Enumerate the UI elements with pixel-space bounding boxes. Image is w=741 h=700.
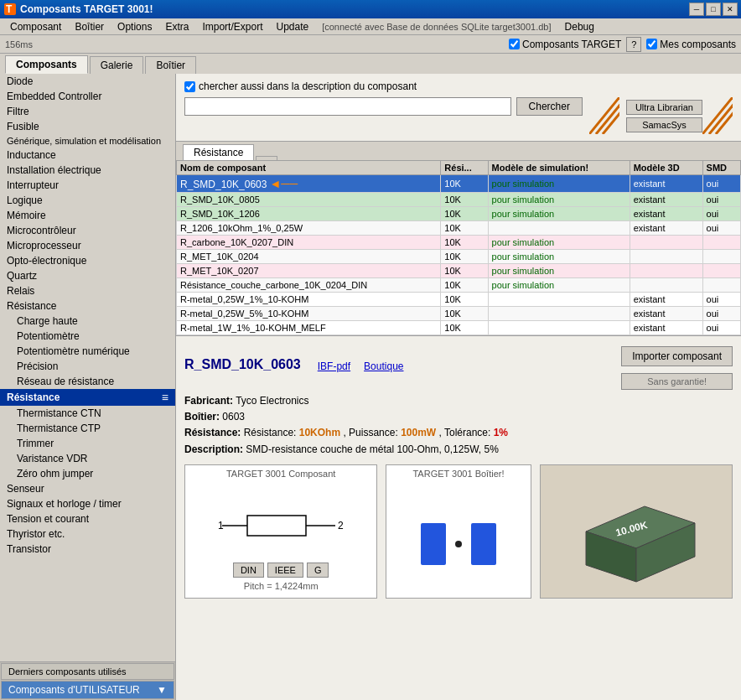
- cell-sim: [488, 307, 630, 321]
- menu-composant[interactable]: Composant: [3, 19, 68, 34]
- lib-buttons: Ultra Librarian SamacSys: [626, 100, 702, 132]
- target-checkbox[interactable]: [509, 39, 520, 49]
- results-table-container[interactable]: Nom de composant Rési... Modèle de simul…: [176, 160, 741, 336]
- target-checkbox-label[interactable]: Composants TARGET: [509, 39, 621, 50]
- sidebar-item-generique[interactable]: Générique, simulation et modélisation: [0, 134, 175, 148]
- mes-checkbox[interactable]: [646, 39, 657, 49]
- cell-name: R_SMD_10K_1206: [177, 207, 441, 221]
- menu-boitier[interactable]: Boîtier: [68, 19, 111, 34]
- menu-import-export[interactable]: Import/Export: [195, 19, 269, 34]
- search-button[interactable]: Chercher: [516, 97, 583, 116]
- cell-m3d: existant: [630, 207, 702, 221]
- menu-options[interactable]: Options: [111, 19, 158, 34]
- ultra-librarian-btn[interactable]: Ultra Librarian: [626, 100, 702, 115]
- sidebar-item-resistance-sub[interactable]: Résistance ≡: [0, 389, 175, 406]
- sidebar-item-resistance[interactable]: Résistance: [0, 298, 175, 314]
- table-row[interactable]: R_SMD_10K_0603 ◄──10Kpour simulationexis…: [177, 175, 741, 193]
- sidebar-item-zero-ohm[interactable]: Zéro ohm jumper: [0, 466, 175, 481]
- sidebar-item-logique[interactable]: Logique: [0, 193, 175, 208]
- sidebar-item-diode[interactable]: Diode: [0, 74, 175, 89]
- sidebar-bottom-utilisateur[interactable]: Composants d'UTILISATEUR ▼: [1, 681, 174, 699]
- sidebar-item-opto[interactable]: Opto-électronique: [0, 253, 175, 268]
- sidebar-item-signaux[interactable]: Signaux et horloge / timer: [0, 496, 175, 511]
- sidebar-item-charge-haute[interactable]: Charge haute: [0, 314, 175, 329]
- cell-m3d: existant: [630, 293, 702, 307]
- cell-name: R_SMD_10K_0603 ◄──: [177, 175, 441, 193]
- table-row[interactable]: R-metal_0,25W_5%_10-KOHM10Kexistantoui: [177, 307, 741, 321]
- sidebar-item-quartz[interactable]: Quartz: [0, 268, 175, 283]
- g-btn[interactable]: G: [307, 563, 329, 578]
- menu-extra[interactable]: Extra: [158, 19, 195, 34]
- table-row[interactable]: R_1206_10kOhm_1%_0,25W10Kexistantoui: [177, 221, 741, 236]
- sidebar-item-senseur[interactable]: Senseur: [0, 481, 175, 496]
- sidebar-bottom-derniers[interactable]: Derniers composants utilisés: [1, 663, 174, 680]
- cell-val: 10K: [441, 278, 488, 293]
- cell-smd: oui: [702, 221, 740, 236]
- help-btn[interactable]: ?: [626, 37, 641, 52]
- cell-val: 10K: [441, 250, 488, 264]
- table-row[interactable]: R_SMD_10K_080510Kpour simulationexistant…: [177, 193, 741, 207]
- table-row[interactable]: R-metal_1W_1%_10-KOHM_MELF10Kexistantoui: [177, 321, 741, 335]
- result-tab-resistance[interactable]: Résistance: [183, 144, 254, 160]
- sidebar-item-thermistance-ctp[interactable]: Thermistance CTP: [0, 421, 175, 436]
- sidebar-item-inductance[interactable]: Inductance: [0, 148, 175, 163]
- menu-update[interactable]: Update: [269, 19, 315, 34]
- sidebar-item-precision[interactable]: Précision: [0, 359, 175, 374]
- sidebar-item-relais[interactable]: Relais: [0, 283, 175, 298]
- sidebar-item-installation[interactable]: Installation électrique: [0, 163, 175, 178]
- cell-sim: pour simulation: [488, 264, 630, 278]
- table-row[interactable]: Résistance_couche_carbone_10K_0204_DIN10…: [177, 278, 741, 293]
- tab-composants[interactable]: Composants: [5, 55, 88, 74]
- sidebar-item-pot-num[interactable]: Potentiomètre numérique: [0, 344, 175, 359]
- sidebar-item-memoire[interactable]: Mémoire: [0, 208, 175, 223]
- sidebar-item-filtre[interactable]: Filtre: [0, 104, 175, 119]
- close-btn[interactable]: ✕: [723, 3, 738, 16]
- cell-val: 10K: [441, 193, 488, 207]
- guarantee-button[interactable]: Sans garantie!: [621, 373, 733, 390]
- sidebar-item-potentiometre[interactable]: Potentiomètre: [0, 329, 175, 344]
- boutique-link[interactable]: Boutique: [364, 360, 403, 372]
- menu-debug[interactable]: Debug: [558, 19, 601, 34]
- sidebar-item-embedded[interactable]: Embedded Controller: [0, 89, 175, 104]
- cell-val: 10K: [441, 293, 488, 307]
- search-desc-checkbox[interactable]: [184, 81, 195, 92]
- maximize-btn[interactable]: □: [706, 3, 721, 16]
- category-list[interactable]: Diode Embedded Controller Filtre Fusible…: [0, 74, 175, 661]
- comp-resistance-row: Résistance: Résistance: 10KOhm , Puissan…: [184, 425, 733, 441]
- cell-name: R-metal_0,25W_5%_10-KOHM: [177, 307, 441, 321]
- cell-smd: oui: [702, 321, 740, 335]
- table-row[interactable]: R_carbone_10K_0207_DIN10Kpour simulation: [177, 236, 741, 250]
- table-row[interactable]: R_SMD_10K_120610Kpour simulationexistant…: [177, 207, 741, 221]
- sidebar-item-varistance[interactable]: Varistance VDR: [0, 451, 175, 466]
- din-btn[interactable]: DIN: [233, 563, 264, 578]
- table-row[interactable]: R-metal_0,25W_1%_10-KOHM10Kexistantoui: [177, 293, 741, 307]
- diagonal-decoration-2: [702, 97, 733, 134]
- search-input[interactable]: [184, 97, 511, 116]
- sidebar-item-fusible[interactable]: Fusible: [0, 119, 175, 134]
- sidebar-item-microprocesseur[interactable]: Microprocesseur: [0, 238, 175, 253]
- cell-smd: oui: [702, 293, 740, 307]
- minimize-btn[interactable]: ─: [689, 3, 704, 16]
- sidebar-item-reseau[interactable]: Réseau de résistance: [0, 374, 175, 389]
- samac-sys-btn[interactable]: SamacSys: [626, 117, 702, 132]
- tab-boitier[interactable]: Boîtier: [145, 56, 196, 74]
- cell-smd: oui: [702, 207, 740, 221]
- tab-galerie[interactable]: Galerie: [90, 56, 144, 74]
- sidebar-item-thermistance-ctn[interactable]: Thermistance CTN: [0, 406, 175, 421]
- table-row[interactable]: R_MET_10K_020710Kpour simulation: [177, 264, 741, 278]
- mes-checkbox-label[interactable]: Mes composants: [646, 39, 736, 50]
- sidebar-item-interrupteur[interactable]: Interrupteur: [0, 178, 175, 193]
- table-row[interactable]: R_MET_10K_020410Kpour simulation: [177, 250, 741, 264]
- ibf-link[interactable]: IBF-pdf: [318, 360, 350, 372]
- cell-smd: [702, 264, 740, 278]
- import-button[interactable]: Importer composant: [621, 346, 733, 366]
- main-content: Diode Embedded Controller Filtre Fusible…: [0, 74, 741, 700]
- sidebar-item-trimmer[interactable]: Trimmer: [0, 436, 175, 451]
- sidebar-bottom: Derniers composants utilisés Composants …: [0, 661, 175, 700]
- sidebar-item-thyristor[interactable]: Thyristor etc.: [0, 526, 175, 542]
- sidebar-item-tension[interactable]: Tension et courant: [0, 511, 175, 526]
- sidebar-item-microcontroleur[interactable]: Microcontrôleur: [0, 223, 175, 238]
- ieee-btn[interactable]: IEEE: [267, 563, 303, 578]
- cell-sim: pour simulation: [488, 278, 630, 293]
- sidebar-item-transistor[interactable]: Transistor: [0, 542, 175, 557]
